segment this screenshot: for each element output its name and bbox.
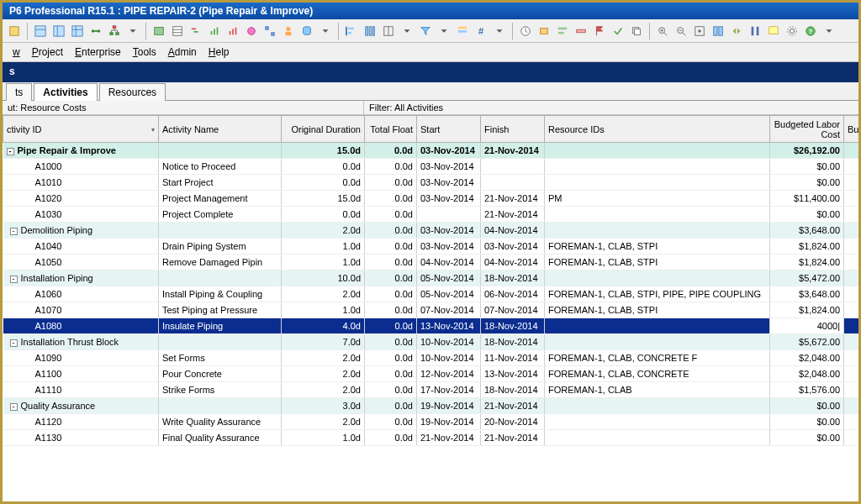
cell-cost[interactable]: $1,824.00 [770, 302, 844, 318]
cell-cost[interactable]: $0.00 [770, 414, 844, 430]
cell-cost[interactable]: $0.00 [770, 159, 844, 175]
cell-float[interactable]: 0.0d [365, 414, 417, 430]
cell-res[interactable] [545, 270, 770, 286]
cell-bud[interactable] [844, 334, 862, 350]
cell-res[interactable] [545, 414, 770, 430]
cell-name[interactable]: Remove Damaged Pipin [159, 255, 282, 270]
cell-cost[interactable]: $3,648.00 [770, 286, 844, 302]
cell-res[interactable] [545, 143, 770, 159]
col-activity-name[interactable]: Activity Name [159, 116, 282, 143]
col-activity-id[interactable]: ctivity ID▾ [3, 116, 159, 143]
number-icon[interactable]: # [473, 23, 489, 39]
cell-name[interactable]: Test Piping at Pressure [159, 302, 282, 318]
cell-res[interactable] [545, 223, 770, 239]
expand-toggle[interactable]: - [10, 403, 18, 411]
col-start[interactable]: Start [417, 116, 481, 143]
col-cost[interactable]: Budgeted Labor Cost [770, 116, 844, 143]
cell-bud[interactable] [844, 175, 862, 191]
cell-cost[interactable]: $1,824.00 [770, 255, 844, 270]
resource-icon[interactable] [280, 23, 297, 39]
cell-start[interactable]: 21-Nov-2014 [417, 430, 481, 446]
cell-dur[interactable]: 15.0d [282, 191, 365, 207]
dd5-icon[interactable] [491, 23, 508, 39]
cell-id[interactable]: -Pipe Repair & Improve [3, 143, 159, 159]
zoom-out-icon[interactable] [673, 23, 689, 39]
cell-bud[interactable] [844, 143, 862, 159]
cell-name[interactable] [159, 270, 282, 286]
cell-start[interactable]: 13-Nov-2014 [417, 318, 481, 334]
cell-id[interactable]: A1060 [3, 286, 159, 302]
menu-w[interactable]: w [8, 45, 25, 60]
cell-finish[interactable]: 18-Nov-2014 [481, 270, 545, 286]
cell-res[interactable]: FOREMAN-1, CLAB, STPI, PIPE, PIPE COUPLI… [545, 286, 770, 302]
cell-name[interactable] [159, 334, 282, 350]
chart1-icon[interactable] [206, 23, 223, 39]
cell-bud[interactable] [844, 398, 862, 414]
cell-start[interactable]: 05-Nov-2014 [417, 286, 481, 302]
cell-finish[interactable]: 21-Nov-2014 [481, 207, 545, 223]
split-icon[interactable] [710, 23, 726, 39]
cell-finish[interactable]: 06-Nov-2014 [481, 286, 545, 302]
cell-dur[interactable]: 10.0d [282, 270, 365, 286]
cell-id[interactable]: -Demolition Piping [3, 223, 159, 239]
cell-finish[interactable]: 04-Nov-2014 [481, 223, 545, 239]
col-finish[interactable]: Finish [481, 116, 545, 143]
cell-cost[interactable]: $5,472.00 [770, 270, 844, 286]
cell-res[interactable] [545, 175, 770, 191]
cell-bud[interactable] [844, 430, 862, 446]
cell-finish[interactable]: 21-Nov-2014 [481, 398, 545, 414]
table-row[interactable]: -Pipe Repair & Improve15.0d0.0d03-Nov-20… [3, 143, 862, 159]
cell-float[interactable]: 0.0d [365, 366, 417, 382]
cell-id[interactable]: A1090 [3, 350, 159, 366]
cell-bud[interactable] [844, 159, 862, 175]
cell-res[interactable]: FOREMAN-1, CLAB, STPI [545, 239, 770, 255]
cell-cost[interactable]: $3,648.00 [770, 223, 844, 239]
filter-icon[interactable] [417, 23, 434, 39]
cell-start[interactable]: 17-Nov-2014 [417, 382, 481, 398]
cell-name[interactable] [159, 143, 282, 159]
cell-cost[interactable]: $1,576.00 [770, 382, 844, 398]
cell-finish[interactable]: 04-Nov-2014 [481, 255, 545, 270]
cell-bud[interactable] [844, 270, 862, 286]
copy-icon[interactable] [628, 23, 645, 39]
cell-name[interactable]: Insulate Piping [159, 318, 282, 334]
table-row[interactable]: A1040Drain Piping System1.0d0.0d03-Nov-2… [3, 239, 862, 255]
cell-res[interactable]: FOREMAN-1, CLAB, CONCRETE F [545, 350, 770, 366]
schedule-icon[interactable] [151, 23, 167, 39]
cell-id[interactable]: A1030 [3, 207, 159, 223]
table-row[interactable]: A1000Notice to Proceed0.0d0.0d03-Nov-201… [3, 159, 862, 175]
table-row[interactable]: -Quality Assurance3.0d0.0d19-Nov-201421-… [3, 398, 862, 414]
cell-dur[interactable]: 2.0d [282, 350, 365, 366]
align-left-icon[interactable] [343, 23, 360, 39]
flag-icon[interactable] [591, 23, 608, 39]
layout-label[interactable]: ut: Resource Costs [3, 101, 364, 114]
cell-float[interactable]: 0.0d [365, 286, 417, 302]
toolbar-icon[interactable] [6, 23, 23, 39]
table-row[interactable]: A1060Install Piping & Coupling2.0d0.0d05… [3, 286, 862, 302]
expand-toggle[interactable]: - [10, 339, 18, 347]
cell-start[interactable]: 03-Nov-2014 [417, 191, 481, 207]
cell-id[interactable]: A1040 [3, 239, 159, 255]
cell-dur[interactable]: 0.0d [282, 207, 365, 223]
menu-help[interactable]: Help [203, 45, 235, 60]
cell-start[interactable]: 03-Nov-2014 [417, 159, 481, 175]
gantt-icon[interactable] [188, 23, 204, 39]
cell-id[interactable]: -Installation Piping [3, 270, 159, 286]
cell-finish[interactable]: 20-Nov-2014 [481, 414, 545, 430]
cell-res[interactable]: PM [545, 191, 770, 207]
cell-id[interactable]: A1070 [3, 302, 159, 318]
schedule2-icon[interactable] [536, 23, 552, 39]
cell-res[interactable]: FOREMAN-1, CLAB, STPI [545, 302, 770, 318]
cell-start[interactable]: 05-Nov-2014 [417, 270, 481, 286]
cell-float[interactable]: 0.0d [365, 334, 417, 350]
check-icon[interactable] [610, 23, 626, 39]
cell-id[interactable]: A1080 [3, 318, 159, 334]
grid-view-icon[interactable] [380, 23, 397, 39]
cell-res[interactable] [545, 318, 770, 334]
cell-finish[interactable] [481, 175, 545, 191]
status-icon[interactable] [573, 23, 589, 39]
cell-bud[interactable] [844, 350, 862, 366]
columns-icon[interactable] [362, 23, 378, 39]
col-resources[interactable]: Resource IDs [545, 116, 770, 143]
cell-res[interactable]: FOREMAN-1, CLAB, CONCRETE [545, 366, 770, 382]
